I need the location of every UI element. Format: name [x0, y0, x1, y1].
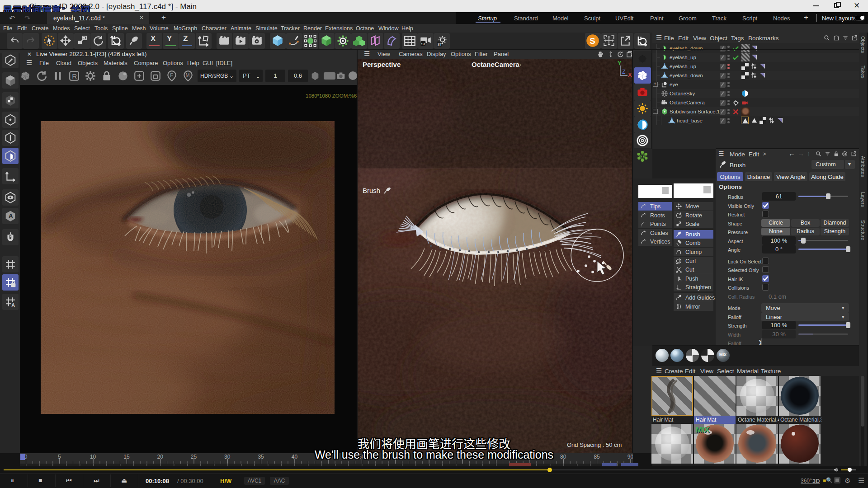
svg-text:ST: ST: [421, 42, 425, 46]
svg-text:A: A: [11, 302, 15, 308]
svg-text:Z: Z: [622, 69, 625, 75]
svg-text:ST: ST: [437, 42, 442, 47]
svg-text:M: M: [186, 72, 190, 78]
svg-text:A: A: [9, 212, 13, 220]
svg-text:R: R: [72, 72, 77, 80]
svg-text:S: S: [590, 36, 595, 46]
svg-text:F: F: [170, 72, 173, 78]
